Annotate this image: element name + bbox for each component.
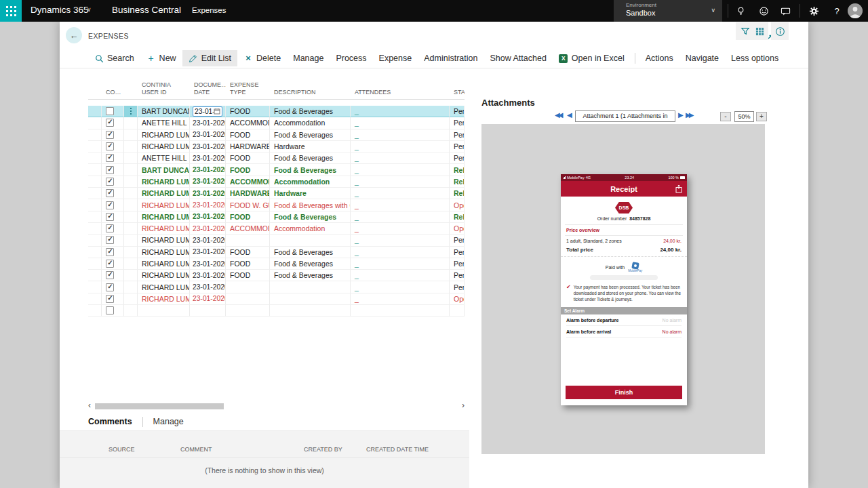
cell-expense-type[interactable]: FOOD <box>226 270 270 281</box>
cell-status[interactable]: Open <box>450 223 465 235</box>
previous-attachment-icon[interactable]: ◀ <box>567 111 572 119</box>
toolbar-new[interactable]: +New <box>140 50 182 66</box>
table-row[interactable]: RICHARD LUM23-01-2020HARDWAREHardware_Re… <box>88 188 465 199</box>
zoom-out-button[interactable]: - <box>720 112 731 121</box>
row-checkbox[interactable] <box>106 119 114 127</box>
cell-completed[interactable] <box>102 211 124 223</box>
cell-document-date[interactable]: 23-01-2020 <box>190 293 226 305</box>
row-checkbox[interactable] <box>106 189 114 197</box>
app-launcher-waffle-icon[interactable] <box>0 0 22 22</box>
cell-completed[interactable] <box>102 176 124 188</box>
cell-continia-user-id[interactable]: BART DUNCAN <box>138 106 190 117</box>
cell-completed[interactable] <box>102 141 124 152</box>
cell-description[interactable]: Food & Beverages <box>270 129 351 141</box>
row-checkbox[interactable] <box>106 248 114 256</box>
cell-description[interactable]: Food & Beverages <box>270 152 351 164</box>
cell-status[interactable]: Released <box>450 176 465 188</box>
cell-document-date[interactable]: 23-01-2020 <box>190 152 226 164</box>
help-icon[interactable]: ? <box>830 4 844 18</box>
cell-expense-type[interactable]: ACCOMMODATION <box>226 223 270 235</box>
cell-expense-type[interactable]: HARDWARE <box>226 188 270 199</box>
cell-expense-type[interactable]: FOOD <box>226 258 270 270</box>
cell-description[interactable] <box>270 235 351 246</box>
cell-description[interactable]: Accommodation <box>270 176 351 188</box>
cell-attendees[interactable]: _ <box>351 164 450 176</box>
toolbar-expense[interactable]: Expense <box>373 50 418 66</box>
toolbar-show-attached[interactable]: Show Attached <box>484 50 552 66</box>
column-header[interactable]: ATTENDEES <box>351 87 450 100</box>
cell-document-date[interactable]: 23-01-2020 <box>190 188 226 199</box>
cell-continia-user-id[interactable]: RICHARD LUM <box>138 235 190 246</box>
next-attachment-icon[interactable]: ▶ <box>678 111 684 119</box>
cell-attendees[interactable] <box>351 305 450 317</box>
cell-document-date[interactable]: 23-01-2020 <box>190 223 226 235</box>
row-checkbox[interactable] <box>106 236 114 244</box>
settings-gear-icon[interactable] <box>807 4 821 18</box>
cell-description[interactable]: Accommodation <box>270 117 351 129</box>
row-checkbox[interactable] <box>106 306 114 314</box>
cell-continia-user-id[interactable]: RICHARD LUM <box>138 129 190 141</box>
cell-status[interactable]: Released <box>450 164 465 176</box>
cell-description[interactable]: Food & Beverages <box>270 164 351 176</box>
cell-completed[interactable] <box>102 106 124 117</box>
cell-attendees[interactable]: _ <box>351 235 450 246</box>
column-header-created-date-time[interactable]: CREATED DATE TIME <box>366 446 429 453</box>
column-header[interactable]: DOCUME…DATE <box>190 80 226 100</box>
row-checkbox[interactable] <box>106 178 114 186</box>
cell-completed[interactable] <box>102 223 124 235</box>
cell-document-date[interactable]: 23-01-2020 <box>190 117 226 129</box>
cell-attendees[interactable]: _ <box>351 223 450 235</box>
cell-continia-user-id[interactable]: ANETTE HILL <box>138 152 190 164</box>
toolbar-open-in-excel[interactable]: XOpen in Excel <box>553 50 631 66</box>
cell-continia-user-id[interactable]: RICHARD LUM <box>138 293 190 305</box>
cell-completed[interactable] <box>102 258 124 270</box>
cell-status[interactable]: Pending <box>450 235 465 246</box>
cell-continia-user-id[interactable]: RICHARD LUM <box>138 223 190 235</box>
cell-status[interactable]: Open <box>450 199 465 211</box>
table-row[interactable]: BART DUNCAN23-01-2020FOODFood & Beverage… <box>88 164 465 176</box>
row-checkbox[interactable] <box>106 271 114 279</box>
toolbar-process[interactable]: Process <box>330 50 372 66</box>
column-header[interactable]: EXPENSETYPE <box>226 80 270 100</box>
cell-description[interactable]: Food & Beverages <box>270 106 351 117</box>
cell-expense-type[interactable]: HARDWARE <box>226 141 270 152</box>
cell-expense-type[interactable]: FOOD <box>226 106 270 117</box>
horizontal-scrollbar[interactable]: ‹ › <box>88 402 465 411</box>
toolbar-delete[interactable]: ×Delete <box>237 50 287 66</box>
table-row[interactable]: BART DUNCAN23-01-2020FOODFood & Beverage… <box>88 106 465 117</box>
info-pane-toggle[interactable] <box>771 22 789 40</box>
cell-status[interactable]: Pending <box>450 258 465 270</box>
tab-manage[interactable]: Manage <box>153 417 184 426</box>
cell-document-date[interactable]: 23-01-2020 <box>190 270 226 281</box>
back-button[interactable]: ← <box>66 27 82 43</box>
cell-document-date[interactable]: 23-01-2020 <box>190 235 226 246</box>
cell-expense-type[interactable] <box>226 281 270 293</box>
row-checkbox[interactable] <box>106 224 114 232</box>
cell-completed[interactable] <box>102 305 124 317</box>
cell-expense-type[interactable] <box>226 235 270 246</box>
cell-continia-user-id[interactable]: RICHARD LUM <box>138 211 190 223</box>
table-row[interactable]: RICHARD LUM23-01-2020FOODFood & Beverage… <box>88 258 465 270</box>
scroll-right-icon[interactable]: › <box>462 401 465 410</box>
row-checkbox[interactable] <box>106 295 114 303</box>
cell-attendees[interactable]: _ <box>351 211 450 223</box>
cell-attendees[interactable]: _ <box>351 293 450 305</box>
cell-completed[interactable] <box>102 164 124 176</box>
lightbulb-icon[interactable] <box>734 4 747 18</box>
cell-expense-type[interactable]: FOOD <box>226 129 270 141</box>
cell-attendees[interactable]: _ <box>351 281 450 293</box>
row-checkbox[interactable] <box>106 201 114 209</box>
cell-document-date[interactable]: 23-01-2020 <box>190 258 226 270</box>
table-row[interactable]: RICHARD LUM23-01-2020FOOD W. GUESTSFood … <box>88 199 465 211</box>
cell-description[interactable]: Hardware <box>270 188 351 199</box>
cell-document-date[interactable]: 23-01-2020 <box>190 164 226 176</box>
cell-completed[interactable] <box>102 117 124 129</box>
cell-continia-user-id[interactable] <box>138 305 190 317</box>
cell-description[interactable]: Food & Beverages <box>270 247 351 258</box>
cell-completed[interactable] <box>102 247 124 258</box>
cell-expense-type[interactable]: FOOD <box>226 164 270 176</box>
cell-expense-type[interactable]: FOOD <box>226 211 270 223</box>
cell-description[interactable]: Hardware <box>270 141 351 152</box>
cell-document-date[interactable]: 23-01-2020 <box>190 141 226 152</box>
cell-status[interactable]: Pending <box>450 281 465 293</box>
